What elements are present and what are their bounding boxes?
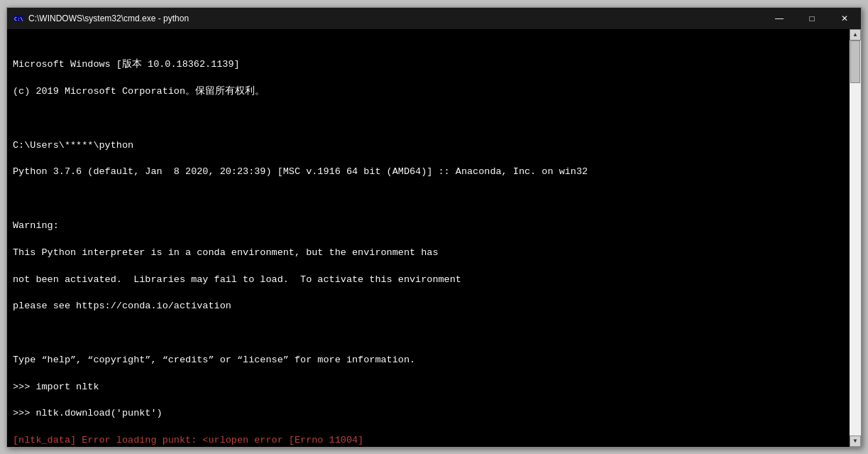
terminal-line-4: C:\Users\*****\python bbox=[13, 139, 844, 153]
terminal-line-15: [nltk_data] Error loading punkt: <urlope… bbox=[13, 434, 844, 446]
terminal-line-14: >>> nltk.download('punkt') bbox=[13, 407, 844, 421]
terminal-line-3 bbox=[13, 112, 844, 126]
content-area: Microsoft Windows [版本 10.0.18362.1139] (… bbox=[7, 29, 861, 447]
scroll-down-button[interactable]: ▼ bbox=[850, 436, 861, 447]
terminal-output[interactable]: Microsoft Windows [版本 10.0.18362.1139] (… bbox=[7, 29, 850, 447]
window-title: C:\WINDOWS\system32\cmd.exe - python bbox=[28, 13, 855, 23]
terminal-line-1: Microsoft Windows [版本 10.0.18362.1139] bbox=[13, 58, 844, 72]
cmd-icon: C:\ bbox=[13, 13, 24, 24]
close-button[interactable]: ✕ bbox=[828, 8, 861, 29]
svg-text:C:\: C:\ bbox=[14, 16, 23, 22]
title-bar: C:\ C:\WINDOWS\system32\cmd.exe - python… bbox=[7, 8, 861, 29]
terminal-line-11 bbox=[13, 327, 844, 340]
terminal-line-12: Type “help”, “copyright”, “credits” or “… bbox=[13, 354, 844, 367]
terminal-line-2: (c) 2019 Microsoft Corporation。保留所有权利。 bbox=[13, 85, 844, 99]
scrollbar-thumb[interactable] bbox=[850, 40, 860, 83]
terminal-line-5: Python 3.7.6 (default, Jan 8 2020, 20:23… bbox=[13, 166, 844, 179]
maximize-button[interactable]: □ bbox=[796, 8, 828, 29]
scroll-up-button[interactable]: ▲ bbox=[850, 29, 861, 40]
scrollbar[interactable]: ▲ ▼ bbox=[850, 29, 861, 447]
cmd-window: C:\ C:\WINDOWS\system32\cmd.exe - python… bbox=[6, 7, 862, 448]
terminal-line-8: This Python interpreter is in a conda en… bbox=[13, 247, 844, 260]
terminal-line-9: not been activated. Libraries may fail t… bbox=[13, 274, 844, 287]
window-controls: — □ ✕ bbox=[763, 8, 861, 29]
terminal-line-10: please see https://conda.io/activation bbox=[13, 300, 844, 313]
terminal-line-13: >>> import nltk bbox=[13, 381, 844, 394]
scrollbar-track[interactable] bbox=[850, 40, 861, 436]
minimize-button[interactable]: — bbox=[763, 8, 796, 29]
terminal-line-7: Warning: bbox=[13, 220, 844, 233]
terminal-line-6 bbox=[13, 193, 844, 206]
